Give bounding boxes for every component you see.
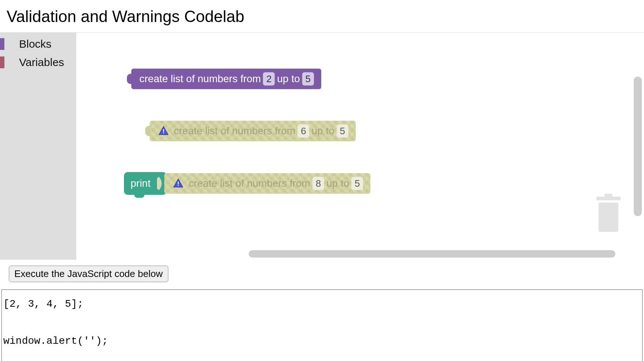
execute-button[interactable]: Execute the JavaScript code below [9,266,168,282]
warning-icon[interactable] [172,178,184,189]
workspace[interactable]: create list of numbers from 2 up to 5 cr… [76,33,644,260]
block-connector-icon [145,126,150,136]
block-slot-icon [157,177,162,190]
scrollbar-horizontal[interactable] [249,250,615,258]
block-create-list-1[interactable]: create list of numbers from 2 up to 5 [131,69,321,89]
block-text: print [131,178,150,189]
toolbox-color-swatch [0,56,4,68]
trash-icon[interactable] [593,194,623,234]
main-area: Blocks Variables create list of numbers … [0,32,644,260]
svg-rect-1 [163,132,164,134]
toolbox-item-variables[interactable]: Variables [0,53,76,72]
block-print[interactable]: print [124,172,167,195]
controls-bar: Execute the JavaScript code below [0,260,644,282]
svg-rect-6 [599,203,618,232]
number-input[interactable]: 5 [351,177,363,190]
block-text: up to [326,178,349,189]
number-input[interactable]: 5 [302,72,314,85]
number-input[interactable]: 5 [337,124,348,138]
code-textarea[interactable]: [2, 3, 4, 5]; window.alert(''); [1,289,643,361]
toolbox-label: Variables [19,56,64,69]
block-row-print: print create list of numbers from 8 up t… [124,172,373,195]
page-title: Validation and Warnings Codelab [0,0,644,32]
svg-rect-2 [178,182,179,185]
warning-icon[interactable] [158,125,169,137]
svg-rect-0 [163,129,164,132]
number-input[interactable]: 2 [263,72,275,85]
code-text: [2, 3, 4, 5]; window.alert(''); [3,295,641,350]
block-connector-icon [127,74,132,84]
number-input[interactable]: 8 [312,177,324,190]
toolbox-color-swatch [0,38,4,50]
toolbox-label: Blocks [19,38,51,50]
block-text: up to [277,73,300,85]
number-input[interactable]: 6 [297,124,309,138]
block-text: up to [311,125,334,137]
block-text: create list of numbers from [139,73,261,85]
toolbox-item-blocks[interactable]: Blocks [0,35,76,53]
scrollbar-vertical[interactable] [634,77,642,216]
block-create-list-3-disabled[interactable]: create list of numbers from 8 up to 5 [164,173,370,194]
block-text: create list of numbers from [174,125,295,137]
svg-rect-3 [178,185,179,186]
svg-rect-4 [596,197,621,200]
svg-rect-5 [604,194,612,197]
toolbox: Blocks Variables [0,33,76,260]
block-create-list-2-disabled[interactable]: create list of numbers from 6 up to 5 [150,121,356,141]
block-text: create list of numbers from [189,178,310,189]
